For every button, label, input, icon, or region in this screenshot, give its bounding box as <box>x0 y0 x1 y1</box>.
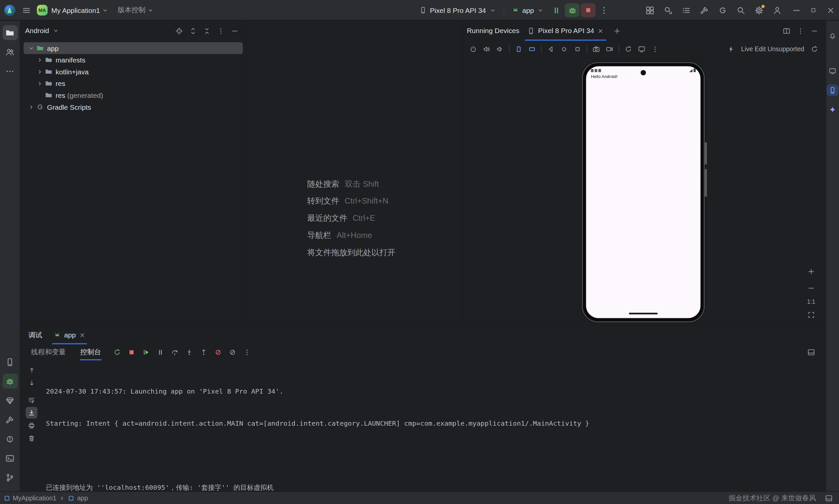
search-everywhere-button[interactable] <box>733 3 748 17</box>
tree-item-manifests[interactable]: manifests <box>23 54 243 66</box>
pause-button[interactable] <box>154 346 167 359</box>
more-debug-actions-button[interactable] <box>240 346 253 359</box>
task-list-button[interactable] <box>679 3 694 17</box>
android-back-button[interactable] <box>545 43 557 55</box>
print-button[interactable] <box>26 420 38 432</box>
terminal-tool-button[interactable] <box>2 451 17 466</box>
refresh-button[interactable] <box>808 43 821 55</box>
add-device-tab-button[interactable] <box>611 24 623 37</box>
volume-down-button[interactable] <box>494 43 506 55</box>
rotate-landscape-button[interactable] <box>525 43 538 55</box>
tree-item-kotlin-java[interactable]: kotlin+java <box>23 66 243 78</box>
step-over-button[interactable] <box>168 346 181 359</box>
project-selector[interactable]: My Application1 <box>51 6 108 14</box>
view-breakpoints-button[interactable] <box>212 346 225 359</box>
vcs-widget[interactable]: 版本控制 <box>118 5 154 15</box>
screenshot-button[interactable] <box>590 43 603 55</box>
expand-all-button[interactable] <box>187 24 200 37</box>
debug-session-tab[interactable]: app <box>50 326 89 344</box>
prev-occurrence-button[interactable] <box>26 364 38 376</box>
layout-button[interactable] <box>822 491 835 504</box>
debug-button[interactable] <box>565 3 580 17</box>
profiler-button[interactable] <box>549 3 564 17</box>
project-tool-button[interactable] <box>2 25 17 40</box>
clear-console-button[interactable] <box>26 433 38 445</box>
chevron-right-icon[interactable] <box>28 104 35 110</box>
volume-up-button[interactable] <box>480 43 493 55</box>
scroll-to-end-button[interactable] <box>26 407 38 419</box>
soft-wrap-button[interactable] <box>26 394 38 406</box>
breadcrumb[interactable]: MyApplication1 app <box>4 494 88 502</box>
close-icon[interactable] <box>597 28 604 34</box>
hide-panel-button[interactable] <box>228 24 241 37</box>
chevron-right-icon[interactable] <box>36 68 43 75</box>
close-button[interactable] <box>822 0 839 20</box>
git-tool-button[interactable] <box>2 470 17 485</box>
editor-area[interactable]: 随处搜索双击 Shift 转到文件Ctrl+Shift+N 最近的文件Ctrl+… <box>246 21 463 325</box>
chevron-right-icon[interactable] <box>36 56 43 64</box>
panel-options-button[interactable] <box>794 24 807 37</box>
zoom-out-button[interactable] <box>805 282 818 294</box>
tree-item-gradle-scripts[interactable]: Gradle Scripts <box>23 101 243 113</box>
android-recents-button[interactable] <box>571 43 584 55</box>
chevron-down-icon[interactable] <box>28 44 35 52</box>
chevron-down-icon[interactable] <box>52 27 59 34</box>
more-actions-button[interactable] <box>597 3 611 17</box>
zoom-to-fit-button[interactable] <box>805 308 818 321</box>
android-home-button[interactable] <box>558 43 571 55</box>
select-opened-file-button[interactable] <box>173 24 185 37</box>
threads-variables-tab[interactable]: 线程和变量 <box>29 344 68 361</box>
layout-settings-button[interactable] <box>805 346 818 359</box>
build-tool-button[interactable] <box>2 412 17 427</box>
close-icon[interactable] <box>79 332 85 338</box>
minimize-button[interactable] <box>788 0 805 20</box>
zoom-level[interactable]: 1:1 <box>807 299 815 305</box>
split-panel-button[interactable] <box>780 24 793 37</box>
run-configuration-selector[interactable]: app <box>508 3 548 18</box>
device-pairing-button[interactable] <box>642 3 657 17</box>
maximize-button[interactable] <box>805 0 822 20</box>
live-edit-icon[interactable] <box>725 43 737 55</box>
stop-button[interactable] <box>125 346 138 359</box>
device-selector[interactable]: Pixel 8 Pro API 34 <box>415 3 500 18</box>
console-output[interactable]: 2024-07-30 17:43:57: Launching app on 'P… <box>46 364 820 504</box>
device-reset-button[interactable] <box>622 43 635 55</box>
build-button[interactable] <box>697 3 712 17</box>
step-into-button[interactable] <box>183 346 196 359</box>
display-mode-button[interactable] <box>636 43 648 55</box>
device-manager-button[interactable] <box>827 65 839 77</box>
resume-button[interactable] <box>140 346 153 359</box>
next-occurrence-button[interactable] <box>26 377 38 389</box>
tree-item-res-generated[interactable]: res (generated) <box>23 89 243 101</box>
logcat-tool-button[interactable] <box>2 354 17 369</box>
notifications-button[interactable] <box>827 30 839 42</box>
step-out-button[interactable] <box>197 346 210 359</box>
chevron-right-icon[interactable] <box>36 80 43 87</box>
rerun-button[interactable] <box>111 346 124 359</box>
running-devices-tool-button[interactable] <box>827 85 839 96</box>
main-menu-button[interactable] <box>19 3 33 17</box>
profile-button[interactable] <box>770 3 784 17</box>
tree-item-app[interactable]: app <box>23 42 243 54</box>
mute-breakpoints-button[interactable] <box>226 346 239 359</box>
sync-button[interactable] <box>715 3 730 17</box>
console-tab[interactable]: 控制台 <box>78 344 104 361</box>
hide-panel-button[interactable] <box>808 24 821 37</box>
zoom-in-button[interactable] <box>805 265 818 278</box>
power-button[interactable] <box>467 43 480 55</box>
device-tab[interactable]: Pixel 8 Pro API 34 <box>523 21 609 41</box>
settings-button[interactable] <box>751 3 766 17</box>
rotate-portrait-button[interactable] <box>512 43 525 55</box>
commit-tool-button[interactable] <box>2 44 17 59</box>
screen-record-button[interactable] <box>603 43 616 55</box>
tree-item-res[interactable]: res <box>23 78 243 90</box>
stop-button[interactable] <box>581 3 596 17</box>
panel-options-button[interactable] <box>215 24 228 37</box>
problems-tool-button[interactable] <box>2 431 17 446</box>
collapse-all-button[interactable] <box>201 24 214 37</box>
more-tool-windows-button[interactable] <box>2 64 17 78</box>
debug-tool-button[interactable] <box>2 374 17 389</box>
app-quality-insights-button[interactable] <box>2 393 17 408</box>
device-screen[interactable]: Hello Android! <box>586 67 700 318</box>
more-device-actions-button[interactable] <box>648 43 661 55</box>
